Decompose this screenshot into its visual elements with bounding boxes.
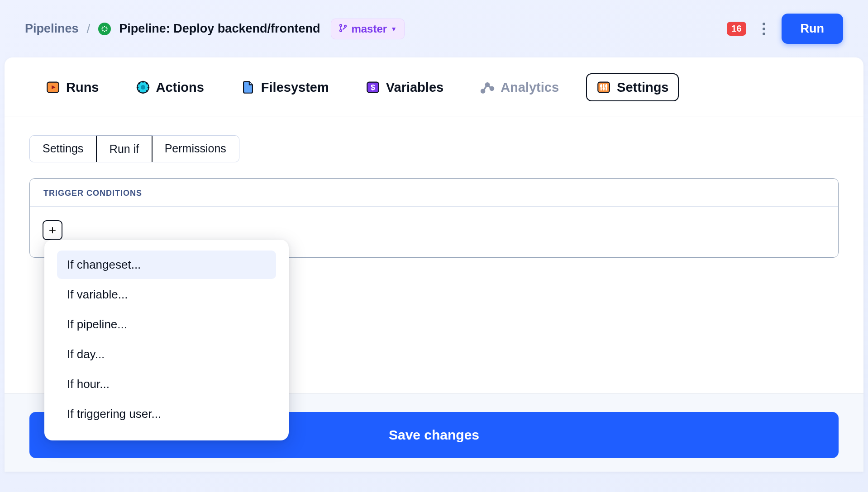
tab-actions[interactable]: Actions bbox=[126, 74, 213, 100]
add-condition-button[interactable]: + bbox=[43, 220, 62, 240]
tab-filesystem-label: Filesystem bbox=[261, 80, 329, 95]
tab-settings-label: Settings bbox=[617, 80, 668, 95]
actions-icon bbox=[135, 80, 151, 95]
git-branch-icon bbox=[339, 23, 348, 35]
tab-analytics-label: Analytics bbox=[501, 80, 559, 95]
svg-point-2 bbox=[344, 25, 346, 27]
breadcrumb-root[interactable]: Pipelines bbox=[25, 22, 79, 36]
tab-analytics[interactable]: Analytics bbox=[471, 74, 568, 100]
tab-runs[interactable]: Runs bbox=[36, 74, 108, 100]
tabs-row: Runs Actions Filesystem $ Variables Anal… bbox=[5, 57, 863, 117]
analytics-icon bbox=[480, 80, 495, 95]
tab-variables-label: Variables bbox=[386, 80, 444, 95]
header-right: 16 Run bbox=[727, 14, 843, 44]
settings-icon bbox=[596, 80, 611, 95]
dropdown-item-variable[interactable]: If variable... bbox=[57, 280, 276, 309]
subtab-settings[interactable]: Settings bbox=[30, 136, 96, 162]
tab-filesystem[interactable]: Filesystem bbox=[231, 74, 338, 100]
dropdown-item-pipeline[interactable]: If pipeline... bbox=[57, 310, 276, 339]
svg-point-0 bbox=[340, 24, 342, 26]
tab-actions-label: Actions bbox=[156, 80, 204, 95]
page-title: Pipeline: Deploy backend/frontend bbox=[119, 22, 320, 36]
notification-badge[interactable]: 16 bbox=[727, 22, 746, 36]
dropdown-item-day[interactable]: If day... bbox=[57, 340, 276, 369]
subtab-run-if[interactable]: Run if bbox=[96, 135, 153, 162]
header-bar: Pipelines / Pipeline: Deploy backend/fro… bbox=[0, 9, 868, 57]
filesystem-icon bbox=[240, 80, 256, 95]
pipeline-status-icon bbox=[98, 23, 111, 35]
svg-point-14 bbox=[600, 85, 602, 87]
subtabs: Settings Run if Permissions bbox=[29, 135, 239, 162]
tab-settings[interactable]: Settings bbox=[586, 73, 678, 101]
runs-icon bbox=[45, 80, 61, 95]
svg-text:$: $ bbox=[371, 83, 375, 92]
dropdown-item-triggering-user[interactable]: If triggering user... bbox=[57, 400, 276, 428]
breadcrumb: Pipelines / Pipeline: Deploy backend/fro… bbox=[25, 19, 405, 39]
tab-variables[interactable]: $ Variables bbox=[356, 74, 453, 100]
tab-runs-label: Runs bbox=[66, 80, 99, 95]
chevron-down-icon: ▼ bbox=[391, 25, 397, 33]
svg-point-6 bbox=[141, 85, 145, 90]
branch-selector[interactable]: master ▼ bbox=[331, 19, 405, 39]
svg-point-16 bbox=[603, 87, 605, 90]
variables-icon: $ bbox=[365, 80, 381, 95]
svg-point-18 bbox=[605, 85, 607, 87]
subtab-permissions[interactable]: Permissions bbox=[152, 136, 239, 162]
more-menu-icon[interactable] bbox=[760, 20, 768, 38]
branch-name: master bbox=[351, 23, 387, 35]
condition-type-dropdown: If changeset... If variable... If pipeli… bbox=[44, 240, 289, 440]
run-button[interactable]: Run bbox=[782, 14, 843, 44]
dropdown-item-changeset[interactable]: If changeset... bbox=[57, 251, 276, 279]
dropdown-item-hour[interactable]: If hour... bbox=[57, 370, 276, 398]
breadcrumb-separator: / bbox=[87, 22, 91, 36]
svg-point-9 bbox=[482, 90, 485, 93]
svg-point-1 bbox=[340, 29, 342, 31]
trigger-conditions-heading: TRIGGER CONDITIONS bbox=[30, 179, 838, 207]
